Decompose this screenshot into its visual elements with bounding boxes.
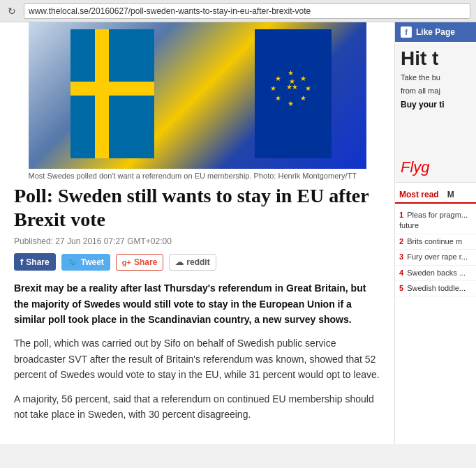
url-bar[interactable]: www.thelocal.se/20160627/poll-sweden-wan…: [24, 3, 470, 19]
reddit-label: reddit: [186, 257, 209, 267]
eu-stars: ★ ★ ★ ★ ★ ★ ★ ★ ★ ★ ★: [272, 69, 314, 111]
most-read-item-4[interactable]: 4 Sweden backs ...: [395, 266, 476, 281]
facebook-label: Share: [26, 257, 49, 267]
item-text-1: Pleas for pragm... future: [399, 211, 468, 229]
item-text-4: Sweden backs ...: [407, 269, 466, 277]
browser-chrome: ↻ www.thelocal.se/20160627/poll-sweden-w…: [0, 0, 476, 22]
most-read-tab[interactable]: Most read: [395, 187, 443, 204]
sweden-flag: [70, 29, 154, 158]
reddit-icon: ☁: [175, 257, 184, 267]
sidebar: f Like Page Hit t Take the bu from all m…: [394, 22, 476, 444]
item-text-3: Fury over rape r...: [407, 252, 468, 261]
twitter-share-button[interactable]: 🐦 Tweet: [61, 254, 110, 271]
most-read-item-2[interactable]: 2 Brits continue m: [395, 234, 476, 250]
gplus-share-button[interactable]: g+ Share: [116, 254, 164, 271]
item-num-2: 2: [399, 237, 403, 246]
fb-like-label: Like Page: [416, 27, 455, 37]
ad-text-1: Take the bu: [401, 73, 470, 83]
ad-headline: Hit t: [401, 49, 470, 68]
item-num-1: 1: [399, 211, 403, 219]
most-read-section: Most read M 1 Pleas for pragm... future …: [395, 183, 476, 301]
article-image: ★ ★ ★ ★ ★ ★ ★ ★ ★ ★ ★: [29, 22, 366, 169]
most-read-item-3[interactable]: 3 Fury over rape r...: [395, 250, 476, 265]
article-lead: Brexit may be a reality after last Thurs…: [14, 280, 380, 327]
twitter-label: Tweet: [81, 257, 104, 267]
item-num-4: 4: [399, 269, 403, 277]
item-text-2: Brits continue m: [407, 237, 462, 246]
ad-text-2: from all maj: [401, 86, 470, 96]
ad-cta[interactable]: Buy your ti: [401, 100, 470, 110]
image-caption: Most Swedes polled don't want a referend…: [29, 169, 366, 184]
most-read-item-5[interactable]: 5 Swedish toddle...: [395, 281, 476, 296]
gplus-label: Share: [134, 257, 157, 267]
most-commented-tab[interactable]: M: [443, 187, 459, 202]
advertisement[interactable]: Hit t Take the bu from all maj Buy your …: [395, 43, 476, 183]
most-read-header: Most read M: [395, 187, 476, 204]
twitter-icon: 🐦: [68, 257, 78, 267]
article-title: Poll: Sweden still wants to stay in EU a…: [14, 184, 380, 231]
facebook-share-button[interactable]: f Share: [14, 253, 56, 271]
article-body: Poll: Sweden still wants to stay in EU a…: [0, 184, 394, 444]
article-date: Published: 27 Jun 2016 07:27 GMT+02:00: [14, 236, 380, 246]
article-paragraph-1: The poll, which was carried out by Sifo …: [14, 335, 380, 382]
ad-logo: Flyg: [401, 158, 470, 176]
fb-like-box[interactable]: f Like Page: [395, 22, 476, 42]
eu-flag: ★ ★ ★ ★ ★ ★ ★ ★ ★ ★ ★: [255, 29, 332, 158]
item-text-5: Swedish toddle...: [407, 284, 466, 292]
facebook-icon: f: [401, 27, 412, 38]
refresh-button[interactable]: ↻: [6, 5, 18, 17]
reddit-share-button[interactable]: ☁ reddit: [169, 254, 216, 271]
item-num-5: 5: [399, 284, 403, 292]
page-container: ★ ★ ★ ★ ★ ★ ★ ★ ★ ★ ★ Most Swedes polled…: [0, 22, 476, 444]
gplus-icon: g+: [122, 258, 131, 266]
article-paragraph-2: A majority, 56 percent, said that a refe…: [14, 391, 380, 423]
most-read-item-1[interactable]: 1 Pleas for pragm... future: [395, 208, 476, 234]
facebook-icon: f: [20, 257, 23, 267]
article-image-container: ★ ★ ★ ★ ★ ★ ★ ★ ★ ★ ★ Most Swedes polled…: [0, 22, 394, 184]
social-buttons: f Share 🐦 Tweet g+ Share ☁ reddit: [14, 253, 380, 271]
item-num-3: 3: [399, 252, 403, 261]
main-content: ★ ★ ★ ★ ★ ★ ★ ★ ★ ★ ★ Most Swedes polled…: [0, 22, 394, 444]
